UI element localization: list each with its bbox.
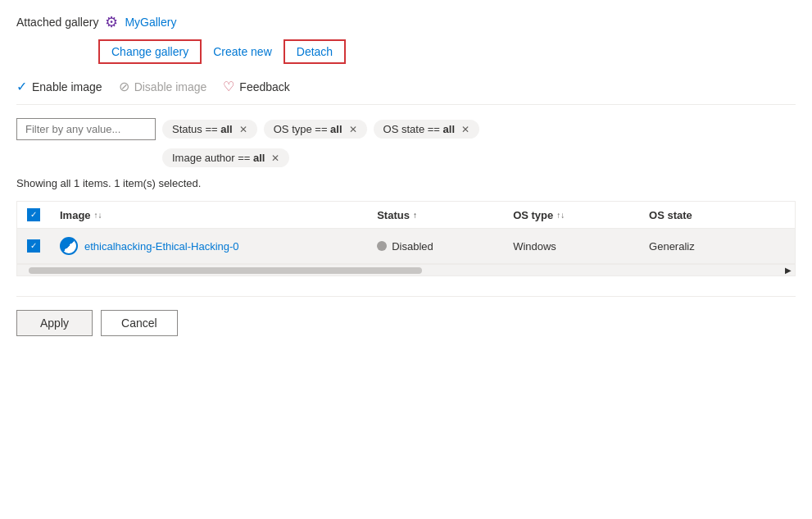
- ostype-chip-label: OS type == all: [274, 123, 342, 135]
- ostype-chip-close[interactable]: ✕: [349, 124, 357, 135]
- check-icon: ✓: [16, 79, 27, 94]
- gallery-gear-icon: ⚙: [105, 13, 118, 31]
- attached-gallery-section: Attached gallery ⚙ MyGallery: [16, 13, 796, 31]
- imageauthor-filter-chip: Image author == all ✕: [162, 148, 289, 167]
- header-checkbox-cell: ✓: [27, 208, 60, 221]
- enable-image-toolbar-item[interactable]: ✓ Enable image: [16, 79, 102, 94]
- row-checkbox[interactable]: ✓: [27, 239, 40, 253]
- scrollbar-thumb[interactable]: [29, 267, 422, 274]
- imageauthor-chip-label: Image author == all: [172, 152, 265, 164]
- table-row: ✓ ethicalhacking-Ethical-Hacking-0 Disab…: [17, 229, 795, 264]
- osstate-chip-label: OS state == all: [383, 123, 455, 135]
- osstate-column-header[interactable]: OS state: [649, 209, 785, 221]
- cancel-button[interactable]: Cancel: [101, 310, 178, 336]
- osstate-chip-close[interactable]: ✕: [461, 124, 470, 135]
- image-name-link[interactable]: ethicalhacking-Ethical-Hacking-0: [84, 240, 239, 253]
- image-table: ✓ Image ↑↓ Status ↑ OS type ↑↓ OS state …: [16, 201, 796, 276]
- status-filter-chip: Status == all ✕: [162, 120, 257, 139]
- image-sort-icon: ↑↓: [94, 211, 102, 220]
- status-sort-icon: ↑: [413, 211, 417, 220]
- image-column-header[interactable]: Image ↑↓: [60, 209, 377, 221]
- ostype-sort-icon: ↑↓: [556, 211, 565, 220]
- row-check-mark: ✓: [30, 242, 37, 250]
- feedback-toolbar-item[interactable]: ♡ Feedback: [223, 79, 289, 94]
- action-buttons-row: Change gallery Create new Detach: [98, 39, 796, 64]
- status-column-header[interactable]: Status ↑: [377, 209, 513, 221]
- status-dot-icon: [377, 241, 387, 251]
- osstate-filter-chip: OS state == all ✕: [374, 120, 479, 139]
- feedback-label: Feedback: [239, 80, 289, 93]
- toolbar: ✓ Enable image ⊘ Disable image ♡ Feedbac…: [16, 79, 796, 105]
- imageauthor-chip-close[interactable]: ✕: [271, 153, 279, 164]
- row-image-cell: ethicalhacking-Ethical-Hacking-0: [60, 237, 377, 255]
- section-divider: [16, 296, 796, 297]
- disable-image-toolbar-item[interactable]: ⊘ Disable image: [119, 79, 207, 94]
- check-mark: ✓: [30, 211, 37, 219]
- row-osstate-cell: Generaliz: [649, 240, 785, 253]
- enable-image-label: Enable image: [32, 80, 102, 93]
- status-text: Showing all 1 items. 1 item(s) selected.: [16, 177, 796, 189]
- create-new-button[interactable]: Create new: [206, 41, 279, 62]
- filter-input[interactable]: [16, 118, 156, 140]
- ostype-filter-chip: OS type == all ✕: [264, 120, 367, 139]
- table-header: ✓ Image ↑↓ Status ↑ OS type ↑↓ OS state: [17, 202, 795, 229]
- change-gallery-button[interactable]: Change gallery: [98, 39, 202, 64]
- feedback-icon: ♡: [223, 79, 234, 94]
- row-ostype-cell: Windows: [513, 240, 649, 253]
- scroll-right-arrow[interactable]: ▶: [785, 266, 792, 275]
- bottom-action-buttons: Apply Cancel: [16, 310, 796, 336]
- gallery-name-link[interactable]: MyGallery: [125, 16, 176, 29]
- select-all-checkbox[interactable]: ✓: [27, 208, 40, 221]
- status-chip-label: Status == all: [172, 123, 233, 135]
- status-chip-close[interactable]: ✕: [239, 124, 247, 135]
- image-icon: [60, 237, 78, 255]
- disable-image-label: Disable image: [134, 80, 207, 93]
- horizontal-scrollbar[interactable]: ▶: [17, 264, 795, 275]
- disable-icon: ⊘: [119, 79, 129, 94]
- filter-row2: Image author == all ✕: [162, 148, 796, 167]
- status-value: Disabled: [392, 240, 433, 253]
- ostype-column-header[interactable]: OS type ↑↓: [513, 209, 649, 221]
- attached-gallery-label: Attached gallery: [16, 16, 98, 29]
- row-checkbox-cell: ✓: [27, 239, 60, 253]
- detach-button[interactable]: Detach: [284, 39, 346, 64]
- row-status-cell: Disabled: [377, 240, 513, 253]
- apply-button[interactable]: Apply: [16, 310, 93, 336]
- filter-row: Status == all ✕ OS type == all ✕ OS stat…: [16, 118, 796, 140]
